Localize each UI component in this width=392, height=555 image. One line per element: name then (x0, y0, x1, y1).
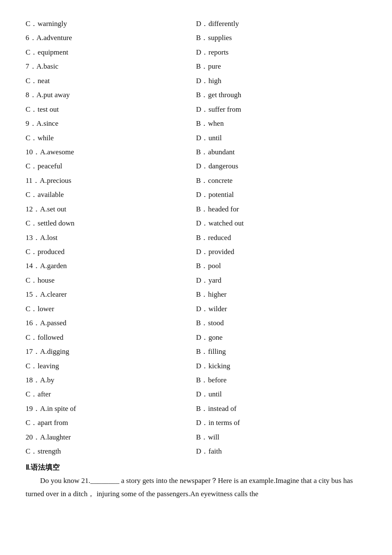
question-row: 6．A.adventure B．supplies (26, 31, 366, 44)
right-item: B．abundant (196, 145, 366, 159)
col-left: C．peaceful (26, 159, 196, 173)
right-item: B．will (196, 431, 366, 444)
right-item: D．until (196, 387, 366, 401)
col-left: 8．A.put away (26, 88, 196, 101)
right-item: D．dangerous (196, 159, 366, 173)
col-right: D．kicking (196, 359, 366, 373)
right-item: D．provided (196, 245, 366, 258)
col-right: B．stood (196, 316, 366, 330)
col-right: B．reduced (196, 231, 366, 244)
question-row: 14．A.garden B．pool (26, 259, 366, 272)
left-item: C．available (26, 188, 196, 201)
col-right: B．pool (196, 259, 366, 272)
section-title: Ⅱ.语法填空 (26, 462, 366, 472)
right-item: D．faith (196, 445, 366, 458)
question-row: 20．A.laughter B．will (26, 431, 366, 444)
col-right: B．higher (196, 288, 366, 301)
left-item: 10．A.awesome (26, 145, 196, 159)
question-row: C．lower D．wilder (26, 302, 366, 315)
col-left: C．test out (26, 103, 196, 116)
question-row: 13．A.lost B．reduced (26, 231, 366, 244)
right-item: B．reduced (196, 231, 366, 244)
col-left: 11．A.precious (26, 174, 196, 187)
question-row: 10．A.awesome B．abundant (26, 145, 366, 159)
col-left: 18．A.by (26, 373, 196, 387)
col-right: B．pure (196, 60, 366, 73)
question-row: C．after D．until (26, 387, 366, 401)
left-item: 17．A.digging (26, 345, 196, 358)
col-left: C．neat (26, 74, 196, 87)
col-left: 20．A.laughter (26, 431, 196, 444)
question-row: C．test out D．suffer from (26, 103, 366, 116)
col-right: B．concrete (196, 174, 366, 187)
right-item: B．when (196, 117, 366, 130)
col-right: B．filling (196, 345, 366, 358)
col-left: C．produced (26, 245, 196, 258)
right-item: D．wilder (196, 302, 366, 315)
left-item: C．while (26, 131, 196, 145)
col-left: C．followed (26, 331, 196, 344)
col-left: C．available (26, 188, 196, 201)
right-item: B．before (196, 373, 366, 387)
right-item: B．filling (196, 345, 366, 358)
right-item: B．supplies (196, 31, 366, 44)
col-left: 12．A.set out (26, 202, 196, 216)
right-item: D．watched out (196, 217, 366, 230)
left-item: C．strength (26, 445, 196, 458)
left-item: 11．A.precious (26, 174, 196, 187)
right-item: B．instead of (196, 402, 366, 415)
right-item: D．in terms of (196, 416, 366, 429)
col-left: C．warningly (26, 17, 196, 30)
right-item: D．suffer from (196, 103, 366, 116)
col-left: 16．A.passed (26, 316, 196, 330)
col-right: D．provided (196, 245, 366, 258)
left-item: C．peaceful (26, 159, 196, 173)
right-item: B．get through (196, 88, 366, 101)
question-row: C．produced D．provided (26, 245, 366, 258)
left-item: C．produced (26, 245, 196, 258)
question-row: C．settled down D．watched out (26, 217, 366, 230)
left-item: 18．A.by (26, 373, 196, 387)
right-item: B．concrete (196, 174, 366, 187)
right-item: D．differently (196, 17, 366, 30)
left-item: C．lower (26, 302, 196, 315)
col-left: C．while (26, 131, 196, 145)
question-row: C．followed D．gone (26, 331, 366, 344)
question-row: C．while D．until (26, 131, 366, 145)
question-row: 15．A.clearer B．higher (26, 288, 366, 301)
col-right: B．supplies (196, 31, 366, 44)
right-item: D．gone (196, 331, 366, 344)
left-item: C．warningly (26, 17, 196, 30)
right-item: B．pool (196, 259, 366, 272)
left-item: C．followed (26, 331, 196, 344)
content-area: C．warningly D．differently 6．A.adventure … (26, 17, 366, 500)
col-right: B．get through (196, 88, 366, 101)
col-left: C．after (26, 387, 196, 401)
col-left: C．house (26, 274, 196, 287)
question-row: C．warningly D．differently (26, 17, 366, 30)
col-right: D．differently (196, 17, 366, 30)
left-item: C．test out (26, 103, 196, 116)
question-row: C．equipment D．reports (26, 46, 366, 59)
question-row: C．apart from D．in terms of (26, 416, 366, 429)
right-item: D．until (196, 131, 366, 145)
left-item: C．apart from (26, 416, 196, 429)
question-row: C．peaceful D．dangerous (26, 159, 366, 173)
col-right: B．will (196, 431, 366, 444)
col-right: D．suffer from (196, 103, 366, 116)
col-right: B．abundant (196, 145, 366, 159)
left-item: 15．A.clearer (26, 288, 196, 301)
question-row: 19．A.in spite of B．instead of (26, 402, 366, 415)
question-row: C．leaving D．kicking (26, 359, 366, 373)
right-item: D．high (196, 74, 366, 87)
left-item: 12．A.set out (26, 202, 196, 216)
right-item: D．kicking (196, 359, 366, 373)
question-row: 17．A.digging B．filling (26, 345, 366, 358)
col-right: D．faith (196, 445, 366, 458)
right-item: B．pure (196, 60, 366, 73)
col-left: 14．A.garden (26, 259, 196, 272)
col-left: C．strength (26, 445, 196, 458)
col-right: D．gone (196, 331, 366, 344)
col-right: D．dangerous (196, 159, 366, 173)
col-left: 9．A.since (26, 117, 196, 130)
